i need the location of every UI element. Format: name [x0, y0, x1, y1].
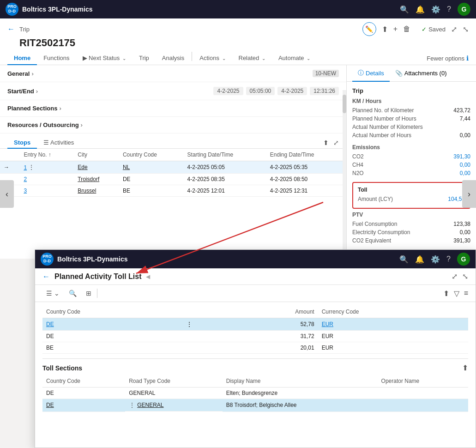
value: 391,30 [453, 237, 470, 244]
entry-no: 1 ⋮ [20, 161, 74, 174]
general-title[interactable]: General › [7, 70, 34, 77]
export-btn[interactable]: ⬆ [443, 289, 449, 298]
user-avatar[interactable]: G [458, 3, 470, 16]
bottom-search-icon[interactable]: 🔍 [399, 255, 409, 264]
left-nav-arrow[interactable]: ‹ [0, 180, 14, 208]
tab-automate[interactable]: Automate ⌄ [272, 52, 317, 65]
amount: 52,78 [229, 318, 318, 331]
sub-tab-activities[interactable]: ☰ Activities [37, 137, 80, 149]
col-start[interactable]: Starting Date/Time [184, 149, 266, 161]
tab-related[interactable]: Related ⌄ [232, 52, 272, 65]
edit-button[interactable]: ✏️ [362, 22, 376, 36]
table-row[interactable]: BE 20,01 EUR [42, 342, 468, 354]
bottom-expand-icon[interactable]: ⤢ [452, 272, 458, 281]
start-end-title[interactable]: Start/End › [7, 88, 38, 95]
fullscreen-icon[interactable]: ⤡ [463, 25, 469, 34]
detail-row: N2O 0,00 [352, 170, 470, 176]
country-code: DE [42, 399, 125, 412]
tab-attachments[interactable]: 📎 Attachments (0) [390, 65, 452, 82]
col-currency[interactable]: Currency Code [318, 306, 468, 318]
toll-title: Toll [358, 187, 465, 193]
tab-separator [192, 52, 192, 61]
bottom-bell-icon[interactable]: 🔔 [415, 255, 424, 264]
bottom-help-icon[interactable]: ? [446, 255, 451, 263]
label: CH4 [352, 162, 363, 168]
layout-btn[interactable]: ≡ [464, 289, 468, 297]
bottom-back-button[interactable]: ← [42, 272, 50, 281]
bottom-nav-left: PROD-D Boltrics 3PL-Dynamics [41, 253, 128, 266]
bell-icon[interactable]: 🔔 [416, 5, 425, 14]
country-code: BE [42, 342, 182, 354]
detail-row: Amount (LCY) 104,51 [358, 196, 465, 202]
start-datetime: 4-2-2025 05:05 [184, 161, 266, 174]
table-row[interactable]: DE ⋮ GENERAL B8 Troisdorf; Belgische All… [42, 399, 468, 412]
right-nav-arrow[interactable]: › [462, 180, 476, 208]
view-btn[interactable]: ☰ ⌄ [42, 288, 63, 299]
col-operator[interactable]: Operator Name [378, 375, 468, 387]
col-country[interactable]: Country Code [119, 149, 184, 161]
col-country-code[interactable]: Country Code [42, 306, 182, 318]
table-row[interactable]: DE 31,72 EUR [42, 331, 468, 342]
export-icon[interactable]: ⬆ [323, 139, 329, 146]
toll-section: Toll Amount (LCY) 104,51 [352, 182, 470, 209]
sub-tab-stops[interactable]: Stops [7, 137, 37, 149]
fewer-options-button[interactable]: Fewer options ℹ [427, 54, 469, 62]
general-badge: 10-NEW [313, 70, 339, 77]
details-icon: ⓘ [358, 69, 364, 77]
tab-home[interactable]: Home [7, 52, 37, 65]
main-container: ← Trip ✏️ ⬆ + 🗑 ✓ Saved ⤢ ⤡ RIT2502175 H… [0, 18, 476, 259]
bottom-header-left: ← Planned Activity Toll List ◀ [42, 272, 150, 281]
col-entry[interactable]: Entry No. ↑ [20, 149, 74, 161]
settings-icon[interactable]: ⚙️ [431, 5, 440, 14]
col-display-name[interactable]: Display Name [223, 375, 378, 387]
expand-icon[interactable]: ⤢ [451, 25, 457, 34]
col-amount[interactable]: Amount [229, 306, 318, 318]
toolbar-divider [97, 289, 97, 298]
add-icon[interactable]: + [393, 25, 398, 33]
table-row[interactable]: 2 Troisdorf DE 4-2-2025 08:35 4-2-2025 0… [0, 174, 346, 185]
tab-details[interactable]: ⓘ Details [352, 65, 390, 82]
record-id: RIT2502175 [0, 36, 476, 52]
resources-title[interactable]: Resources / Outsourcing › [7, 121, 83, 128]
search-btn[interactable]: 🔍 [65, 288, 80, 299]
table-row[interactable]: 3 Brussel BE 4-2-2025 12:01 4-2-2025 12:… [0, 185, 346, 197]
search-icon[interactable]: 🔍 [400, 5, 409, 14]
share-icon[interactable]: ⬆ [382, 25, 388, 34]
planned-sections-title[interactable]: Planned Sections › [7, 105, 61, 112]
sub-tabs-right: ⬆ ⤢ [323, 139, 339, 146]
fullscreen-table-icon[interactable]: ⤢ [333, 139, 339, 146]
country-code[interactable]: NL [119, 161, 184, 174]
bottom-user-avatar[interactable]: G [457, 253, 470, 266]
city[interactable]: Troisdorf [74, 174, 119, 185]
trash-icon[interactable]: 🗑 [403, 25, 410, 33]
table-row[interactable]: → 1 ⋮ Ede NL 4-2-2025 05:05 4-2-2025 05:… [0, 161, 346, 174]
ptv-title: PTV [352, 212, 470, 218]
toolbar-right: ⬆ ▽ ≡ [443, 289, 468, 298]
body-split: General › 10-NEW Start/End › 4-2-2025 05… [0, 65, 476, 259]
city[interactable]: Ede [74, 161, 119, 174]
col-country-code[interactable]: Country Code [42, 375, 125, 387]
col-city[interactable]: City [74, 149, 119, 161]
city[interactable]: Brussel [74, 185, 119, 197]
detail-row: Actual Number of Kilometers [352, 124, 470, 130]
tab-functions[interactable]: Functions [37, 52, 76, 65]
bottom-settings-icon[interactable]: ⚙️ [431, 255, 440, 264]
back-button[interactable]: ← [7, 25, 15, 33]
table-row[interactable]: DE GENERAL Elten; Bundesgrenze [42, 387, 468, 399]
tab-next-status[interactable]: ▶ Next Status ⌄ [76, 52, 133, 65]
col-end[interactable]: Ending Date/Time [266, 149, 346, 161]
table-row[interactable]: DE ⋮ 52,78 EUR [42, 318, 468, 331]
column-btn[interactable]: ⊞ [82, 288, 95, 299]
currency: EUR [318, 318, 468, 331]
bottom-fullscreen-icon[interactable]: ⤡ [462, 272, 468, 281]
col-road-type[interactable]: Road Type Code [125, 375, 223, 387]
tab-analysis[interactable]: Analysis [156, 52, 191, 65]
row-dots[interactable]: ⋮ [182, 318, 229, 331]
end-datetime: 4-2-2025 12:31 [266, 185, 346, 197]
toll-sections-export[interactable]: ⬆ [462, 363, 468, 372]
tab-trip[interactable]: Trip [133, 52, 156, 65]
help-icon[interactable]: ? [447, 5, 451, 13]
filter-btn[interactable]: ▽ [454, 289, 459, 298]
tab-actions[interactable]: Actions ⌄ [193, 52, 232, 65]
detail-row: CH4 0,00 [352, 162, 470, 168]
